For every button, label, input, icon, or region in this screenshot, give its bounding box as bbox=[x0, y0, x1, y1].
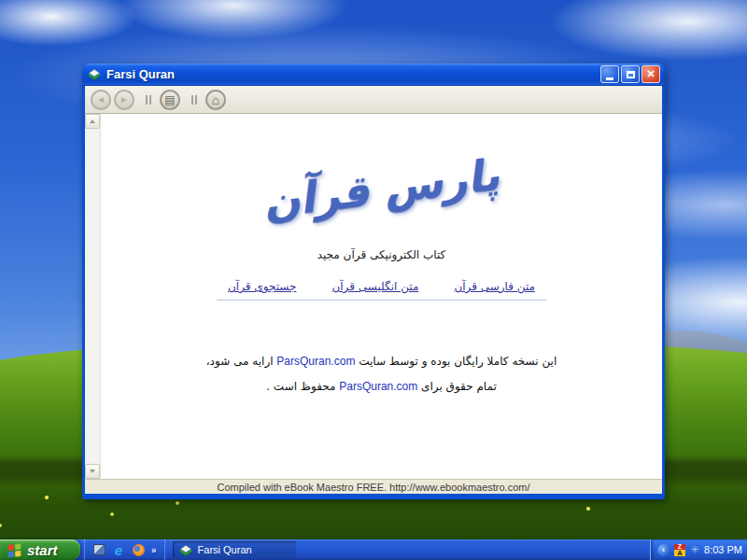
close-icon: ✕ bbox=[646, 69, 655, 79]
quick-launch-bar: e » bbox=[84, 539, 165, 560]
ie-e-icon: e bbox=[115, 543, 122, 557]
taskbar-button-label: Farsi Quran bbox=[198, 544, 252, 555]
internet-explorer-icon[interactable]: e bbox=[112, 543, 125, 556]
taskbar-button-farsi-quran[interactable]: Farsi Quran bbox=[173, 541, 296, 558]
zonealarm-tray-icon[interactable]: Z A bbox=[674, 544, 685, 556]
parsquran-logo-text: پارس قرآن bbox=[261, 149, 502, 229]
firefox-icon[interactable] bbox=[132, 543, 145, 556]
minimize-icon bbox=[606, 77, 613, 80]
forward-icon: ► bbox=[120, 95, 129, 105]
tray-collapse-chevron-icon[interactable]: ‹ bbox=[657, 544, 669, 556]
about-paragraph: این نسخه کاملا رایگان بوده و توسط سایت P… bbox=[206, 349, 557, 399]
scroll-down-button[interactable] bbox=[85, 464, 100, 479]
green-book-icon bbox=[87, 68, 102, 80]
toolbar-separator bbox=[146, 95, 151, 105]
vertical-scrollbar[interactable] bbox=[85, 114, 101, 479]
system-tray: ‹ Z A ✳ 8:03 PM bbox=[650, 539, 747, 560]
about-line-2: تمام حقوق برای ParsQuran.com محفوظ است . bbox=[206, 374, 557, 399]
minimize-button[interactable] bbox=[600, 65, 619, 83]
about-line-1: این نسخه کاملا رایگان بوده و توسط سایت P… bbox=[206, 349, 557, 374]
home-icon: ⌂ bbox=[212, 93, 219, 106]
print-icon: ▤ bbox=[164, 94, 175, 105]
tray-clock[interactable]: 8:03 PM bbox=[704, 544, 742, 555]
print-button[interactable]: ▤ bbox=[160, 90, 180, 110]
window-toolbar: ◄ ► ▤ ⌂ bbox=[85, 86, 662, 114]
window-title: Farsi Quran bbox=[106, 67, 599, 81]
blue-star-tray-icon[interactable]: ✳ bbox=[690, 544, 699, 555]
start-button[interactable]: start bbox=[0, 539, 80, 560]
back-icon: ◄ bbox=[96, 95, 106, 105]
link-farsi-text[interactable]: متن فارسی قرآن bbox=[454, 280, 535, 293]
link-english-text[interactable]: متن انگلیسی قرآن bbox=[331, 280, 418, 293]
window-titlebar[interactable]: Farsi Quran ✕ bbox=[82, 63, 665, 86]
home-button[interactable]: ⌂ bbox=[205, 90, 226, 110]
windows-flag-icon bbox=[7, 543, 22, 557]
toolbar-separator bbox=[191, 95, 197, 105]
farsi-quran-window: Farsi Quran ✕ ◄ ► ▤ ⌂ پارس قرآن کتاب الک… bbox=[82, 63, 665, 499]
app-window-icon bbox=[93, 544, 106, 555]
ebook-content-area: پارس قرآن کتاب الکترونیکی قرآن مجید متن … bbox=[85, 114, 662, 479]
quick-launch-app-icon[interactable] bbox=[92, 543, 106, 556]
forward-button[interactable]: ► bbox=[114, 90, 134, 110]
maximize-button[interactable] bbox=[621, 65, 640, 83]
start-button-label: start bbox=[27, 542, 58, 558]
scroll-up-button[interactable] bbox=[85, 114, 100, 129]
close-button[interactable]: ✕ bbox=[641, 65, 660, 83]
parsquran-link[interactable]: ParsQuran.com bbox=[276, 355, 355, 368]
firefox-globe-icon bbox=[133, 544, 145, 556]
link-search-quran[interactable]: جستجوی قرآن bbox=[228, 280, 296, 293]
back-button[interactable]: ◄ bbox=[91, 90, 111, 110]
taskbar: start e » Farsi Quran ‹ Z A ✳ 8:03 PM bbox=[0, 539, 747, 560]
nav-links-row: متن فارسی قرآن متن انگلیسی قرآن جستجوی ق… bbox=[217, 280, 546, 301]
quick-launch-overflow-chevron[interactable]: » bbox=[151, 545, 157, 555]
green-book-icon bbox=[178, 544, 193, 556]
compiled-with-text: Compiled with eBook Maestro FREE. http:/… bbox=[217, 482, 529, 493]
page-subtitle: کتاب الکترونیکی قرآن مجید bbox=[317, 248, 446, 261]
ebook-statusbar: Compiled with eBook Maestro FREE. http:/… bbox=[85, 479, 662, 494]
ebook-page: پارس قرآن کتاب الکترونیکی قرآن مجید متن … bbox=[101, 114, 662, 479]
maximize-icon bbox=[627, 71, 635, 78]
parsquran-link[interactable]: ParsQuran.com bbox=[339, 380, 417, 393]
parsquran-logo: پارس قرآن bbox=[262, 138, 500, 239]
